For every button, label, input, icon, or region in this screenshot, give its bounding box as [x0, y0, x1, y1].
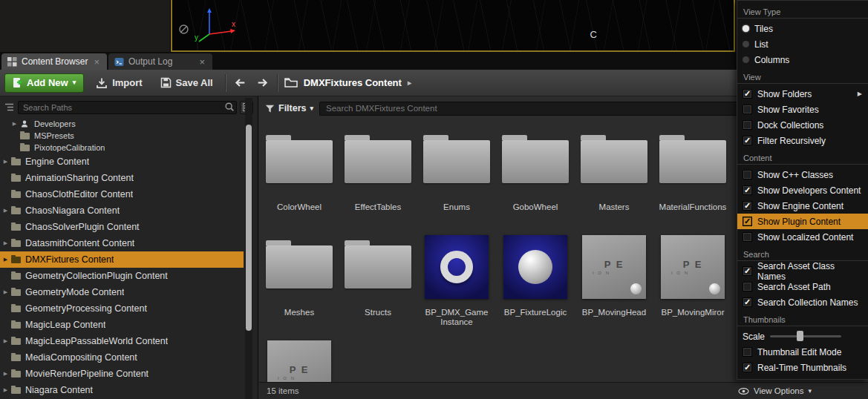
add-new-button[interactable]: Add New ▾ — [4, 73, 84, 93]
scale-slider-track[interactable] — [770, 335, 841, 337]
tree-item-geometrymode[interactable]: ▶ GeometryMode Content — [0, 284, 244, 300]
menu-section-thumbnails: Thumbnails — [737, 311, 868, 326]
expander-icon[interactable]: ▶ — [1, 257, 10, 263]
menu-item-show-engine-content[interactable]: ✓ Show Engine Content — [737, 198, 868, 214]
breadcrumb-label[interactable]: DMXFixtures Content — [304, 77, 402, 88]
tab-content-browser[interactable]: Content Browser × — [1, 53, 107, 70]
import-button[interactable]: Import — [90, 73, 148, 93]
tree-item-datasmithcontent[interactable]: ▶ DatasmithContent Content — [0, 235, 244, 251]
menu-item-show-folders[interactable]: ✓ Show Folders ▶ — [737, 86, 868, 102]
menu-item-columns[interactable]: Columns — [737, 52, 868, 67]
tree-item-dmxfixtures[interactable]: ▶ DMXFixtures Content — [0, 251, 244, 268]
folder-tile-effecttables[interactable]: EffectTables — [339, 125, 417, 230]
expander-icon[interactable]: ▶ — [1, 289, 10, 295]
expander-icon[interactable]: ▶ — [1, 208, 10, 214]
save-icon — [160, 77, 172, 88]
checkbox-icon — [743, 120, 752, 130]
folder-tile-masters[interactable]: Masters — [575, 125, 653, 230]
menu-item-tiles[interactable]: Tiles — [737, 21, 868, 36]
tree-item-movierenderpipeline[interactable]: ▶ MovieRenderPipeline Content — [0, 366, 244, 382]
tree-item-chaossolverplugin[interactable]: ChaosSolverPlugin Content — [0, 219, 244, 235]
tree-item-mspresets[interactable]: MSPresets — [0, 130, 244, 142]
forward-button[interactable] — [255, 74, 271, 92]
search-icon — [224, 102, 235, 112]
material-sphere-icon — [630, 283, 642, 294]
expander-icon[interactable]: ▶ — [1, 387, 10, 393]
submenu-arrow-icon: ▶ — [858, 90, 862, 97]
filters-button[interactable]: Filters ▾ — [265, 103, 313, 113]
asset-tile-bp-movingmiror[interactable]: P E I O N BP_MovingMiror — [653, 230, 732, 335]
tree-scrollbar-thumb[interactable] — [246, 125, 252, 331]
folder-icon — [345, 245, 411, 288]
asset-tile-bp-fixturelogic[interactable]: BP_FixtureLogic — [496, 230, 575, 335]
menu-item-search-collection-names[interactable]: ✓ Search Collection Names — [737, 294, 868, 310]
blueprint-thumbnail — [425, 235, 489, 299]
folder-tile-materialfunctions[interactable]: MaterialFunctions — [653, 125, 732, 230]
folder-tile-enums[interactable]: Enums — [417, 125, 496, 230]
tree-item-pixotopecalibration[interactable]: PixotopeCalibration — [0, 142, 244, 154]
tree-item-geometryprocessing[interactable]: GeometryProcessing Content — [0, 300, 244, 317]
menu-item-search-asset-class-names[interactable]: ✓ Search Asset Class Names — [737, 263, 868, 279]
radio-icon — [743, 56, 749, 63]
folder-tile-colorwheel[interactable]: ColorWheel — [260, 125, 339, 230]
folder-icon — [20, 145, 30, 151]
expander-icon[interactable]: ▶ — [1, 338, 10, 344]
level-viewport[interactable]: x y C — [171, 0, 735, 52]
view-options-button[interactable]: View Options ▾ — [738, 386, 812, 396]
tab-output-log[interactable]: Output Log × — [108, 53, 212, 70]
checkbox-checked-icon: ✓ — [743, 297, 752, 307]
breadcrumb-arrow-icon[interactable]: ▸ — [408, 79, 411, 87]
expander-icon[interactable]: ▶ — [1, 159, 10, 165]
menu-item-show-developers-content[interactable]: ✓ Show Developers Content — [737, 182, 868, 198]
asset-tile-bp-movinghead[interactable]: P E I O N BP_MovingHead — [575, 230, 653, 335]
tree-item-developers[interactable]: ▶ Developers — [0, 118, 244, 130]
expander-icon[interactable]: ▶ — [10, 121, 19, 127]
sources-toggle-button[interactable] — [3, 101, 15, 114]
checkbox-checked-icon: ✓ — [743, 201, 752, 211]
radio-selected-icon — [743, 25, 749, 32]
menu-item-show-plugin-content[interactable]: ✓ Show Plugin Content — [737, 214, 868, 229]
folder-tile-meshes[interactable]: Meshes — [260, 230, 339, 335]
search-paths-row — [0, 96, 258, 116]
toolbar-separator — [277, 74, 278, 92]
breadcrumb[interactable]: DMXFixtures Content ▸ — [284, 77, 411, 88]
caret-down-icon: ▾ — [73, 79, 76, 86]
close-icon[interactable]: × — [198, 57, 206, 67]
menu-item-dock-collections[interactable]: Dock Collections — [737, 117, 868, 133]
asset-tile-partial-bottom[interactable]: P E I O N — [260, 335, 339, 382]
scale-slider-handle[interactable] — [797, 331, 803, 341]
svg-text:x: x — [232, 20, 235, 28]
menu-item-list[interactable]: List — [737, 36, 868, 52]
expander-icon[interactable]: ▶ — [1, 371, 10, 377]
folder-tile-structs[interactable]: Structs — [339, 230, 417, 335]
folder-icon — [11, 322, 21, 329]
menu-item-real-time-thumbnails[interactable]: ✓ Real-Time Thumbnails — [737, 360, 868, 375]
viewport-corner-label: C — [590, 29, 597, 40]
view-options-menu: View Type Tiles List Columns View ✓ Show… — [737, 0, 868, 380]
search-paths-input[interactable] — [18, 101, 237, 114]
tree-item-magicleap[interactable]: MagicLeap Content — [0, 317, 244, 333]
tree-item-chaosniagara[interactable]: ▶ ChaosNiagara Content — [0, 202, 244, 219]
checkbox-checked-icon: ✓ — [743, 185, 752, 195]
menu-item-show-cpp-classes[interactable]: Show C++ Classes — [737, 167, 868, 182]
menu-item-show-favorites[interactable]: Show Favorites — [737, 102, 868, 117]
folder-icon — [11, 159, 21, 165]
asset-tile-bp-dmx-gameinstance[interactable]: BP_DMX_Game Instance — [417, 230, 496, 335]
tree-item-chaosclotheditor[interactable]: ChaosClothEditor Content — [0, 186, 244, 202]
menu-item-show-localized-content[interactable]: Show Localized Content — [737, 229, 868, 245]
close-icon[interactable]: × — [92, 57, 101, 67]
torus-icon — [440, 251, 473, 283]
tree-item-animationsharing[interactable]: AnimationSharing Content — [0, 170, 244, 186]
expander-icon[interactable]: ▶ — [1, 240, 10, 246]
tree-item-magicleappassableworld[interactable]: ▶ MagicLeapPassableWorld Content — [0, 333, 244, 349]
tree-item-mediacompositing[interactable]: MediaCompositing Content — [0, 349, 244, 366]
tree-item-niagara[interactable]: ▶ Niagara Content — [0, 382, 244, 398]
menu-item-filter-recursively[interactable]: ✓ Filter Recursively — [737, 133, 868, 148]
back-button[interactable] — [232, 74, 249, 92]
folder-icon — [11, 371, 21, 377]
tree-item-geometrycollectionplugin[interactable]: GeometryCollectionPlugin Content — [0, 268, 244, 284]
folder-tile-gobowheel[interactable]: GoboWheel — [496, 125, 575, 230]
save-all-button[interactable]: Save All — [154, 73, 219, 93]
tree-item-engine-content[interactable]: ▶ Engine Content — [0, 154, 244, 170]
menu-item-thumbnail-edit-mode[interactable]: Thumbnail Edit Mode — [737, 344, 868, 360]
